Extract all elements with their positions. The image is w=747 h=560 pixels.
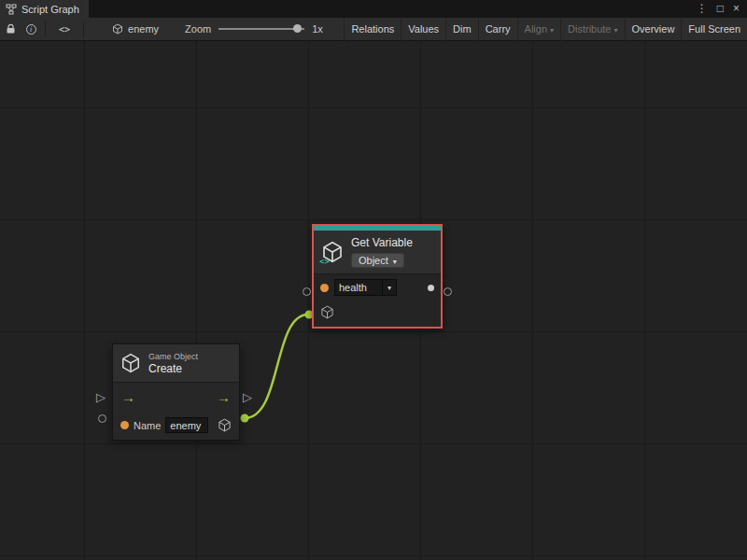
variable-name-dropdown[interactable]: ▾: [382, 280, 396, 295]
variable-name-row: ▾: [314, 274, 441, 301]
variable-name-port[interactable]: [320, 284, 329, 292]
control-flow-row: → →: [113, 383, 239, 411]
values-button[interactable]: Values: [401, 18, 445, 41]
chevron-down-icon: ▾: [614, 26, 618, 35]
node-get-variable[interactable]: <> Get Variable Object ▾ ▾: [312, 224, 443, 329]
flow-input-arrow-icon[interactable]: →: [121, 390, 135, 404]
edit-code-button[interactable]: <>: [49, 18, 79, 41]
zoom-label: Zoom: [185, 23, 211, 35]
wire-gameobject-connection[interactable]: [245, 315, 308, 418]
distribute-button: Distribute ▾: [560, 18, 624, 41]
tab-script-graph[interactable]: Script Graph: [0, 0, 89, 18]
zoom-slider[interactable]: [218, 23, 304, 35]
full-screen-button[interactable]: Full Screen: [681, 18, 747, 41]
zoom-slider-handle[interactable]: [293, 24, 302, 33]
dim-button[interactable]: Dim: [445, 18, 478, 41]
get-variable-right-port[interactable]: [444, 287, 452, 296]
chevron-down-icon: ▾: [550, 26, 554, 35]
node-gameobject-create[interactable]: Game Object Create → → Name: [112, 343, 240, 441]
maximize-icon[interactable]: □: [717, 0, 724, 18]
node-title: Get Variable: [351, 236, 413, 249]
name-input-port[interactable]: [120, 421, 129, 429]
gameobject-input-port-icon[interactable]: [320, 305, 334, 319]
unity-script-graph-window: Script Graph ⋮ □ × i <> enemy: [0, 0, 747, 560]
titlebar: Script Graph ⋮ □ ×: [0, 0, 747, 18]
name-parameter-row: Name: [113, 411, 239, 440]
get-variable-header[interactable]: <> Get Variable Object ▾: [314, 231, 441, 273]
variable-scope-dropdown[interactable]: Object ▾: [351, 253, 404, 268]
node-title: Create: [148, 362, 198, 375]
name-input[interactable]: [165, 417, 208, 433]
window-controls: ⋮ □ ×: [697, 0, 747, 18]
kebab-menu-icon[interactable]: ⋮: [697, 0, 708, 18]
create-header[interactable]: Game Object Create: [113, 344, 239, 382]
object-input-row: [314, 301, 441, 327]
overview-button[interactable]: Overview: [625, 18, 682, 41]
align-button: Align ▾: [517, 18, 560, 41]
script-graph-icon: [6, 4, 17, 15]
gameobject-cube-icon: [120, 353, 141, 373]
graph-owner-name: enemy: [128, 23, 159, 35]
chevron-down-icon: ▾: [393, 258, 397, 266]
variable-name-field-group: ▾: [334, 279, 397, 296]
variable-name-input[interactable]: [335, 280, 382, 295]
info-icon[interactable]: i: [21, 18, 41, 41]
flow-output-arrow-icon[interactable]: →: [217, 390, 231, 404]
value-output-port[interactable]: [428, 285, 434, 291]
graph-owner[interactable]: enemy: [112, 23, 159, 35]
graph-canvas[interactable]: <> Get Variable Object ▾ ▾: [0, 41, 747, 560]
gameobject-output-port-icon[interactable]: [218, 418, 232, 432]
create-flow-input-port[interactable]: ▷: [96, 391, 106, 403]
variable-cube-icon: <>: [321, 241, 344, 263]
tab-title: Script Graph: [21, 4, 79, 15]
relations-button[interactable]: Relations: [344, 18, 401, 41]
node-category: Game Object: [148, 352, 198, 361]
create-flow-output-port[interactable]: ▷: [243, 391, 252, 403]
zoom-slider-track: [218, 28, 304, 30]
toolbar-buttons: Relations Values Dim Carry Align ▾ Distr…: [344, 18, 747, 41]
toolbar: i <> enemy Zoom 1x Relations Values Dim …: [0, 18, 747, 41]
graph-asset-icon: [112, 23, 123, 35]
close-icon[interactable]: ×: [733, 0, 740, 18]
zoom-control: Zoom 1x: [185, 23, 323, 35]
variable-code-icon: <>: [319, 257, 330, 266]
toolbar-separator: [45, 21, 46, 37]
create-name-left-port[interactable]: [98, 414, 106, 423]
zoom-value: 1x: [312, 23, 323, 35]
carry-button[interactable]: Carry: [478, 18, 517, 41]
name-label: Name: [134, 420, 161, 431]
toolbar-separator: [83, 21, 84, 37]
lock-icon[interactable]: [0, 18, 21, 41]
wire-start-port[interactable]: [241, 414, 249, 423]
get-variable-left-port[interactable]: [303, 287, 311, 296]
